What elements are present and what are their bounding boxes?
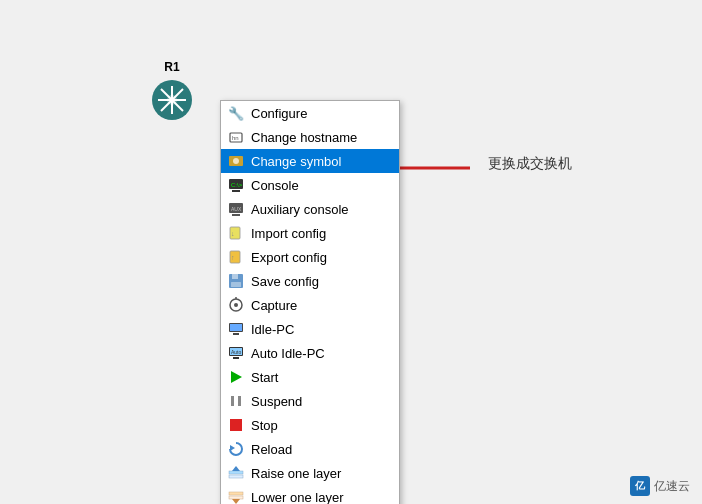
menu-item-auto-idle-pc[interactable]: Auto Auto Idle-PC [221,341,399,365]
start-icon [227,368,245,386]
lower-one-layer-label: Lower one layer [251,490,344,505]
raise-one-layer-label: Raise one layer [251,466,341,481]
svg-rect-39 [229,471,243,474]
router-icon [150,78,194,122]
menu-item-import-config[interactable]: ↓ Import config [221,221,399,245]
router-label: R1 [164,60,179,74]
configure-label: Configure [251,106,307,121]
svg-rect-37 [230,419,242,431]
change-hostname-label: Change hostname [251,130,357,145]
console-icon: C:\> [227,176,245,194]
menu-item-save-config[interactable]: Save config [221,269,399,293]
watermark: 亿 亿速云 [630,476,690,496]
menu-item-stop[interactable]: Stop [221,413,399,437]
svg-text:↓: ↓ [231,230,235,237]
svg-text:↑: ↑ [231,254,235,261]
svg-marker-38 [230,445,235,451]
console-label: Console [251,178,299,193]
svg-point-10 [233,158,239,164]
capture-icon [227,296,245,314]
svg-text:C:\>: C:\> [231,182,243,188]
import-config-icon: ↓ [227,224,245,242]
stop-icon [227,416,245,434]
change-symbol-label: Change symbol [251,154,341,169]
svg-rect-35 [231,396,234,406]
reload-label: Reload [251,442,292,457]
menu-item-capture[interactable]: Capture [221,293,399,317]
reload-icon [227,440,245,458]
svg-text:AUX: AUX [231,206,242,212]
suspend-label: Suspend [251,394,302,409]
auxiliary-console-icon: AUX [227,200,245,218]
save-config-icon [227,272,245,290]
menu-item-raise-one-layer[interactable]: Raise one layer [221,461,399,485]
menu-item-reload[interactable]: Reload [221,437,399,461]
export-config-icon: ↑ [227,248,245,266]
watermark-text: 亿速云 [654,478,690,495]
auto-idle-pc-icon: Auto [227,344,245,362]
menu-item-change-hostname[interactable]: hn Change hostname [221,125,399,149]
idle-pc-icon [227,320,245,338]
svg-rect-23 [231,282,241,287]
raise-one-layer-icon [227,464,245,482]
svg-rect-42 [229,492,243,495]
svg-rect-31 [233,357,239,359]
lower-one-layer-icon [227,488,245,504]
menu-item-lower-one-layer[interactable]: Lower one layer [221,485,399,504]
svg-marker-44 [232,499,240,504]
menu-item-change-symbol[interactable]: Change symbol [221,149,399,173]
menu-item-suspend[interactable]: Suspend [221,389,399,413]
menu-item-export-config[interactable]: ↑ Export config [221,245,399,269]
stop-label: Stop [251,418,278,433]
change-symbol-icon [227,152,245,170]
auxiliary-console-label: Auxiliary console [251,202,349,217]
svg-text:hn: hn [232,135,239,141]
svg-rect-29 [230,324,242,331]
svg-rect-15 [232,214,240,216]
menu-item-console[interactable]: C:\> Console [221,173,399,197]
svg-rect-43 [229,496,243,499]
annotation-area: 更换成交换机 [370,155,572,173]
start-label: Start [251,370,278,385]
svg-text:Auto: Auto [231,349,242,355]
annotation-text: 更换成交换机 [488,155,572,173]
menu-item-auxiliary-console[interactable]: AUX Auxiliary console [221,197,399,221]
router-node: R1 [150,60,194,122]
export-config-label: Export config [251,250,327,265]
svg-rect-36 [238,396,241,406]
menu-item-configure[interactable]: 🔧 Configure [221,101,399,125]
context-menu: 🔧 Configure hn Change hostname Change sy… [220,100,400,504]
capture-label: Capture [251,298,297,313]
watermark-logo: 亿 [630,476,650,496]
svg-point-5 [167,95,177,105]
svg-text:🔧: 🔧 [228,105,244,121]
auto-idle-pc-label: Auto Idle-PC [251,346,325,361]
change-hostname-icon: hn [227,128,245,146]
import-config-label: Import config [251,226,326,241]
svg-rect-40 [229,475,243,478]
configure-icon: 🔧 [227,104,245,122]
svg-marker-34 [231,371,242,383]
suspend-icon [227,392,245,410]
menu-item-start[interactable]: Start [221,365,399,389]
svg-point-25 [234,303,238,307]
svg-rect-12 [232,190,240,192]
save-config-label: Save config [251,274,319,289]
svg-rect-28 [233,333,239,335]
svg-marker-41 [232,466,240,471]
idle-pc-label: Idle-PC [251,322,294,337]
menu-item-idle-pc[interactable]: Idle-PC [221,317,399,341]
svg-rect-22 [232,274,238,279]
